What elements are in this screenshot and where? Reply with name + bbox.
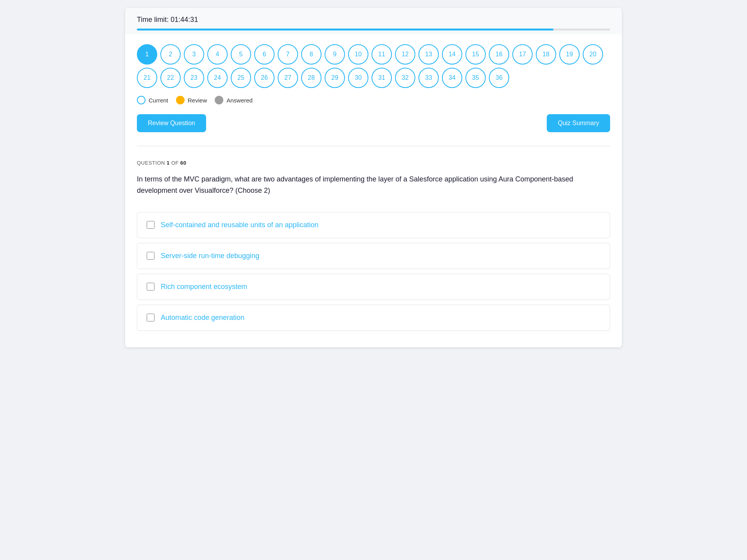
answer-text-c: Rich component ecosystem [161,283,247,291]
timer-display: Time limit: 01:44:31 [137,16,610,24]
legend-answered-label: Answered [226,97,253,104]
answer-option-d[interactable]: Automatic code generation [137,305,610,331]
legend-current: Current [137,96,168,104]
question-nav-btn-27[interactable]: 27 [278,68,298,88]
question-nav-btn-36[interactable]: 36 [489,68,509,88]
question-nav-btn-13[interactable]: 13 [418,44,439,65]
question-nav-btn-9[interactable]: 9 [325,44,345,65]
nav-section: 1234567891011121314151617181920212223242… [125,34,622,146]
progress-bar-fill [137,29,553,31]
current-icon [137,96,145,104]
question-nav-btn-6[interactable]: 6 [254,44,275,65]
answer-checkbox-b[interactable] [147,252,154,260]
answer-checkbox-c[interactable] [147,283,154,291]
question-nav-btn-11[interactable]: 11 [372,44,392,65]
action-bar: Review Question Quiz Summary [137,112,610,140]
question-nav-btn-15[interactable]: 15 [465,44,486,65]
question-nav-btn-24[interactable]: 24 [207,68,228,88]
question-nav-btn-21[interactable]: 21 [137,68,157,88]
question-nav-btn-3[interactable]: 3 [184,44,204,65]
legend: Current Review Answered [137,96,610,104]
legend-answered: Answered [215,96,253,104]
answer-checkbox-a[interactable] [147,221,154,229]
question-nav-btn-16[interactable]: 16 [489,44,509,65]
question-label-prefix: QUESTION [137,160,165,166]
review-icon [176,96,185,104]
answer-option-c[interactable]: Rich component ecosystem [137,274,610,300]
question-nav-btn-22[interactable]: 22 [160,68,181,88]
question-nav-btn-2[interactable]: 2 [160,44,181,65]
question-nav-btn-18[interactable]: 18 [536,44,556,65]
question-nav-btn-20[interactable]: 20 [583,44,603,65]
question-total: 60 [180,160,186,166]
question-nav-btn-26[interactable]: 26 [254,68,275,88]
question-nav-btn-7[interactable]: 7 [278,44,298,65]
question-current-number: 1 [167,160,170,166]
question-nav-btn-30[interactable]: 30 [348,68,368,88]
question-nav-btn-17[interactable]: 17 [512,44,533,65]
review-question-button[interactable]: Review Question [137,114,206,132]
question-nav-btn-29[interactable]: 29 [325,68,345,88]
question-nav-btn-28[interactable]: 28 [301,68,321,88]
question-nav-btn-14[interactable]: 14 [442,44,462,65]
question-nav-btn-10[interactable]: 10 [348,44,368,65]
question-nav-btn-23[interactable]: 23 [184,68,204,88]
answers-list: Self-contained and reusable units of an … [137,212,610,336]
question-nav-btn-1[interactable]: 1 [137,44,157,65]
question-grid: 1234567891011121314151617181920212223242… [137,44,610,88]
legend-review: Review [176,96,207,104]
question-nav-btn-19[interactable]: 19 [559,44,580,65]
question-nav-btn-25[interactable]: 25 [231,68,251,88]
question-of: OF [171,160,179,166]
timer-section: Time limit: 01:44:31 [125,8,622,34]
legend-review-label: Review [188,97,207,104]
answer-option-b[interactable]: Server-side run-time debugging [137,243,610,269]
question-nav-btn-35[interactable]: 35 [465,68,486,88]
quiz-container: Time limit: 01:44:31 1234567891011121314… [125,8,622,347]
progress-bar-container [137,29,610,31]
answer-text-a: Self-contained and reusable units of an … [161,221,318,229]
answer-text-d: Automatic code generation [161,314,244,322]
question-text: In terms of the MVC paradigm, what are t… [137,174,606,196]
legend-current-label: Current [149,97,168,104]
question-nav-btn-4[interactable]: 4 [207,44,228,65]
question-nav-btn-5[interactable]: 5 [231,44,251,65]
answered-icon [215,96,223,104]
answer-option-a[interactable]: Self-contained and reusable units of an … [137,212,610,238]
question-nav-btn-8[interactable]: 8 [301,44,321,65]
question-nav-btn-12[interactable]: 12 [395,44,415,65]
question-nav-btn-33[interactable]: 33 [418,68,439,88]
question-section: QUESTION 1 OF 60 In terms of the MVC par… [125,146,622,347]
answer-checkbox-d[interactable] [147,314,154,321]
quiz-summary-button[interactable]: Quiz Summary [547,114,610,132]
question-nav-btn-34[interactable]: 34 [442,68,462,88]
answer-text-b: Server-side run-time debugging [161,252,259,260]
question-nav-btn-32[interactable]: 32 [395,68,415,88]
question-nav-btn-31[interactable]: 31 [372,68,392,88]
question-label: QUESTION 1 OF 60 [137,160,610,166]
